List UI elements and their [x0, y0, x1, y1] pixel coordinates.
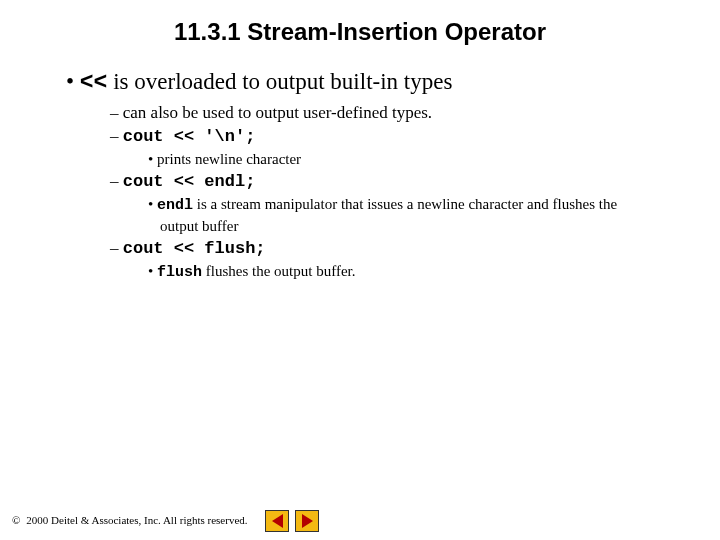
next-button[interactable] [295, 510, 319, 532]
op-code: << [80, 70, 108, 96]
bullet-level1: << is overloaded to output built-in type… [66, 68, 680, 98]
bullet-level2: cout << '\n'; [110, 125, 680, 149]
bullet-level2: can also be used to output user-defined … [110, 102, 680, 125]
code-cout-endl: cout << endl; [123, 172, 256, 191]
bullet-level2: cout << flush; [110, 237, 680, 261]
sub3a-text: is a stream manipulator that issues a ne… [160, 196, 617, 234]
code-flush: flush [157, 264, 202, 281]
bullet-level3: flush flushes the output buffer. [148, 261, 680, 283]
sub2a-text: prints newline character [157, 151, 301, 167]
sub1-text: can also be used to output user-defined … [123, 103, 432, 122]
nav-buttons [265, 510, 319, 532]
code-cout-flush: cout << flush; [123, 239, 266, 258]
bullet-level3: endl is a stream manipulator that issues… [148, 194, 680, 237]
copyright-symbol: © [12, 514, 20, 526]
code-endl: endl [157, 197, 193, 214]
prev-button[interactable] [265, 510, 289, 532]
bullet-level2: cout << endl; [110, 170, 680, 194]
sub4a-text: flushes the output buffer. [202, 263, 355, 279]
slide-title: 11.3.1 Stream-Insertion Operator [40, 18, 680, 46]
bullet1-text: is overloaded to output built-in types [107, 69, 452, 94]
copyright-text: 2000 Deitel & Associates, Inc. All right… [26, 514, 247, 526]
bullet-level3: prints newline character [148, 149, 680, 170]
code-cout-newline: cout << '\n'; [123, 127, 256, 146]
triangle-right-icon [302, 514, 313, 528]
copyright-footer: © 2000 Deitel & Associates, Inc. All rig… [12, 514, 248, 526]
triangle-left-icon [272, 514, 283, 528]
